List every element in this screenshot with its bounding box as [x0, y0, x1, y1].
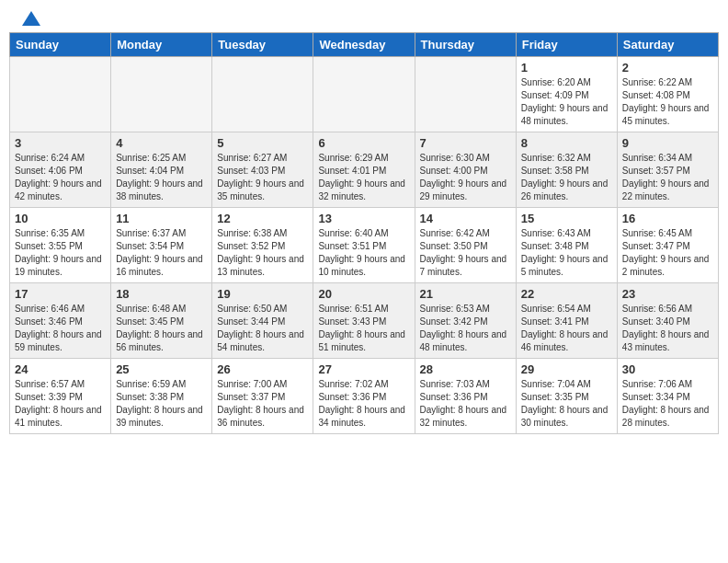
day-info: Sunrise: 6:24 AMSunset: 4:06 PMDaylight:…	[15, 152, 106, 203]
day-info: Sunrise: 6:38 AMSunset: 3:52 PMDaylight:…	[217, 227, 308, 279]
calendar-cell	[10, 57, 111, 132]
day-number: 26	[217, 362, 308, 376]
day-number: 12	[217, 212, 308, 225]
day-number: 29	[521, 362, 612, 376]
calendar-week-2: 3Sunrise: 6:24 AMSunset: 4:06 PMDaylight…	[10, 132, 719, 208]
day-number: 7	[420, 136, 511, 150]
day-number: 30	[622, 362, 713, 376]
calendar-cell: 20Sunrise: 6:51 AMSunset: 3:43 PMDayligh…	[313, 283, 415, 359]
calendar-cell: 24Sunrise: 6:57 AMSunset: 3:39 PMDayligh…	[10, 359, 111, 434]
calendar-week-1: 1Sunrise: 6:20 AMSunset: 4:09 PMDaylight…	[10, 57, 719, 132]
day-info: Sunrise: 6:37 AMSunset: 3:54 PMDaylight:…	[116, 227, 207, 279]
calendar-cell: 8Sunrise: 6:32 AMSunset: 3:58 PMDaylight…	[516, 132, 617, 208]
calendar-cell: 14Sunrise: 6:42 AMSunset: 3:50 PMDayligh…	[415, 208, 516, 283]
day-info: Sunrise: 7:06 AMSunset: 3:34 PMDaylight:…	[622, 378, 713, 430]
day-info: Sunrise: 6:40 AMSunset: 3:51 PMDaylight:…	[318, 227, 409, 279]
calendar-cell: 25Sunrise: 6:59 AMSunset: 3:38 PMDayligh…	[111, 359, 212, 434]
day-number: 6	[318, 136, 409, 150]
day-info: Sunrise: 6:25 AMSunset: 4:04 PMDaylight:…	[116, 152, 207, 203]
calendar-cell: 15Sunrise: 6:43 AMSunset: 3:48 PMDayligh…	[516, 208, 617, 283]
day-info: Sunrise: 6:42 AMSunset: 3:50 PMDaylight:…	[420, 227, 511, 279]
calendar-cell	[415, 57, 516, 132]
day-number: 4	[116, 136, 207, 150]
day-info: Sunrise: 6:59 AMSunset: 3:38 PMDaylight:…	[116, 378, 207, 430]
day-info: Sunrise: 6:29 AMSunset: 4:01 PMDaylight:…	[318, 152, 409, 203]
day-info: Sunrise: 6:22 AMSunset: 4:08 PMDaylight:…	[622, 76, 713, 128]
day-number: 10	[15, 212, 106, 225]
column-header-friday: Friday	[516, 33, 617, 57]
calendar-cell: 21Sunrise: 6:53 AMSunset: 3:42 PMDayligh…	[415, 283, 516, 359]
day-number: 9	[622, 136, 713, 150]
calendar-cell: 3Sunrise: 6:24 AMSunset: 4:06 PMDaylight…	[10, 132, 111, 208]
day-number: 24	[15, 362, 106, 376]
calendar-cell: 16Sunrise: 6:45 AMSunset: 3:47 PMDayligh…	[617, 208, 718, 283]
calendar-cell: 5Sunrise: 6:27 AMSunset: 4:03 PMDaylight…	[212, 132, 313, 208]
calendar-cell: 13Sunrise: 6:40 AMSunset: 3:51 PMDayligh…	[313, 208, 415, 283]
calendar-cell: 19Sunrise: 6:50 AMSunset: 3:44 PMDayligh…	[212, 283, 313, 359]
calendar-cell: 4Sunrise: 6:25 AMSunset: 4:04 PMDaylight…	[111, 132, 212, 208]
calendar-cell: 18Sunrise: 6:48 AMSunset: 3:45 PMDayligh…	[111, 283, 212, 359]
day-number: 1	[521, 61, 612, 75]
logo-icon	[20, 9, 42, 31]
day-number: 25	[116, 362, 207, 376]
calendar-cell: 26Sunrise: 7:00 AMSunset: 3:37 PMDayligh…	[212, 359, 313, 434]
day-info: Sunrise: 6:20 AMSunset: 4:09 PMDaylight:…	[521, 76, 612, 128]
calendar-table: SundayMondayTuesdayWednesdayThursdayFrid…	[9, 32, 719, 434]
day-number: 18	[116, 287, 207, 301]
calendar-cell: 2Sunrise: 6:22 AMSunset: 4:08 PMDaylight…	[617, 57, 718, 132]
calendar-cell: 22Sunrise: 6:54 AMSunset: 3:41 PMDayligh…	[516, 283, 617, 359]
day-info: Sunrise: 6:27 AMSunset: 4:03 PMDaylight:…	[217, 152, 308, 203]
day-info: Sunrise: 7:03 AMSunset: 3:36 PMDaylight:…	[420, 378, 511, 430]
day-number: 5	[217, 136, 308, 150]
day-info: Sunrise: 6:50 AMSunset: 3:44 PMDaylight:…	[217, 303, 308, 354]
calendar-cell: 29Sunrise: 7:04 AMSunset: 3:35 PMDayligh…	[516, 359, 617, 434]
day-number: 3	[15, 136, 106, 150]
day-info: Sunrise: 6:46 AMSunset: 3:46 PMDaylight:…	[15, 303, 106, 354]
logo	[18, 9, 42, 28]
day-number: 14	[420, 212, 511, 225]
day-number: 27	[318, 362, 409, 376]
day-info: Sunrise: 6:30 AMSunset: 4:00 PMDaylight:…	[420, 152, 511, 203]
calendar-cell: 9Sunrise: 6:34 AMSunset: 3:57 PMDaylight…	[617, 132, 718, 208]
day-number: 11	[116, 212, 207, 225]
calendar-cell	[111, 57, 212, 132]
day-number: 23	[622, 287, 713, 301]
day-number: 17	[15, 287, 106, 301]
calendar-cell: 10Sunrise: 6:35 AMSunset: 3:55 PMDayligh…	[10, 208, 111, 283]
calendar-cell	[313, 57, 415, 132]
svg-marker-0	[22, 11, 40, 26]
column-header-sunday: Sunday	[10, 33, 111, 57]
day-info: Sunrise: 6:56 AMSunset: 3:40 PMDaylight:…	[622, 303, 713, 354]
day-number: 13	[318, 212, 409, 225]
day-info: Sunrise: 6:53 AMSunset: 3:42 PMDaylight:…	[420, 303, 511, 354]
column-header-wednesday: Wednesday	[313, 33, 415, 57]
calendar-cell: 12Sunrise: 6:38 AMSunset: 3:52 PMDayligh…	[212, 208, 313, 283]
calendar-cell	[212, 57, 313, 132]
day-number: 2	[622, 61, 713, 75]
column-header-monday: Monday	[111, 33, 212, 57]
day-number: 20	[318, 287, 409, 301]
day-info: Sunrise: 6:32 AMSunset: 3:58 PMDaylight:…	[521, 152, 612, 203]
column-header-thursday: Thursday	[415, 33, 516, 57]
calendar-week-3: 10Sunrise: 6:35 AMSunset: 3:55 PMDayligh…	[10, 208, 719, 283]
calendar-cell: 11Sunrise: 6:37 AMSunset: 3:54 PMDayligh…	[111, 208, 212, 283]
day-number: 22	[521, 287, 612, 301]
day-number: 15	[521, 212, 612, 225]
day-info: Sunrise: 7:04 AMSunset: 3:35 PMDaylight:…	[521, 378, 612, 430]
calendar-week-5: 24Sunrise: 6:57 AMSunset: 3:39 PMDayligh…	[10, 359, 719, 434]
calendar-cell: 23Sunrise: 6:56 AMSunset: 3:40 PMDayligh…	[617, 283, 718, 359]
day-info: Sunrise: 6:54 AMSunset: 3:41 PMDaylight:…	[521, 303, 612, 354]
day-number: 19	[217, 287, 308, 301]
calendar-cell: 27Sunrise: 7:02 AMSunset: 3:36 PMDayligh…	[313, 359, 415, 434]
page-header	[0, 0, 728, 32]
day-info: Sunrise: 6:51 AMSunset: 3:43 PMDaylight:…	[318, 303, 409, 354]
calendar-cell: 17Sunrise: 6:46 AMSunset: 3:46 PMDayligh…	[10, 283, 111, 359]
calendar-cell: 1Sunrise: 6:20 AMSunset: 4:09 PMDaylight…	[516, 57, 617, 132]
day-info: Sunrise: 6:43 AMSunset: 3:48 PMDaylight:…	[521, 227, 612, 279]
calendar-header-row: SundayMondayTuesdayWednesdayThursdayFrid…	[10, 33, 719, 57]
calendar-cell: 6Sunrise: 6:29 AMSunset: 4:01 PMDaylight…	[313, 132, 415, 208]
calendar-cell: 7Sunrise: 6:30 AMSunset: 4:00 PMDaylight…	[415, 132, 516, 208]
calendar-cell: 30Sunrise: 7:06 AMSunset: 3:34 PMDayligh…	[617, 359, 718, 434]
calendar-week-4: 17Sunrise: 6:46 AMSunset: 3:46 PMDayligh…	[10, 283, 719, 359]
day-info: Sunrise: 6:45 AMSunset: 3:47 PMDaylight:…	[622, 227, 713, 279]
